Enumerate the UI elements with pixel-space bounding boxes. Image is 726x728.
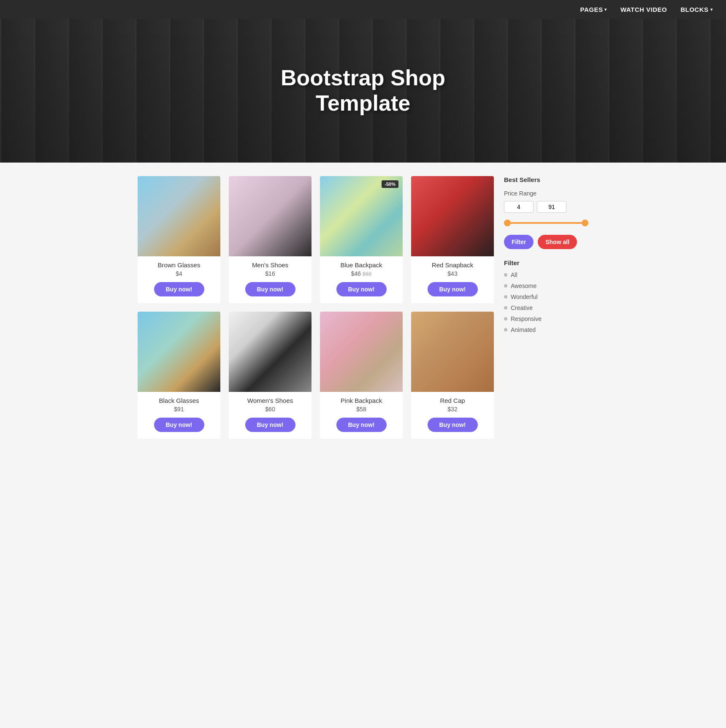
product-price-red-snapback: $43 [415,270,490,277]
product-price-black-glasses: $91 [142,406,216,413]
product-image-womens-shoes [229,312,312,392]
product-info-red-cap: Red Cap$32Buy now! [411,392,494,439]
sidebar: Best Sellers Price Range Filter Show all… [504,176,588,439]
filter-section: Filter AllAwesomeWonderfulCreativeRespon… [504,259,588,333]
buy-button-red-snapback[interactable]: Buy now! [428,282,478,296]
filter-item-all[interactable]: All [504,272,588,278]
filter-label-creative: Creative [511,304,533,311]
price-sale-red-cap: $32 [447,406,457,413]
price-sale-black-glasses: $91 [174,406,184,413]
product-image-brown-glasses [138,176,220,256]
nav-item-pages[interactable]: PAGES▾ [580,6,607,13]
product-info-red-snapback: Red Snapback$43Buy now! [411,256,494,303]
filter-label-awesome: Awesome [511,283,536,289]
product-price-womens-shoes: $60 [233,406,307,413]
buy-button-pink-backpack[interactable]: Buy now! [336,418,387,432]
product-card-mens-shoes: Men's Shoes$16Buy now! [229,176,312,303]
chevron-down-icon: ▾ [710,7,713,12]
nav-item-blocks[interactable]: BLOCKS▾ [680,6,712,13]
filter-label-wonderful: Wonderful [511,293,538,300]
price-range-label: Price Range [504,190,588,197]
product-image-red-snapback [411,176,494,256]
buy-button-brown-glasses[interactable]: Buy now! [154,282,204,296]
product-image-bg-womens-shoes [229,312,312,392]
product-price-mens-shoes: $16 [233,270,307,277]
filter-label-responsive: Responsive [511,315,542,322]
best-sellers-title: Best Sellers [504,176,588,183]
filter-dot-all [504,273,507,277]
hero-title: Bootstrap Shop Template [236,65,490,116]
product-image-bg-red-snapback [411,176,494,256]
filter-title: Filter [504,259,588,266]
product-card-brown-glasses: Brown Glasses$4Buy now! [138,176,220,303]
show-all-button[interactable]: Show all [538,235,577,249]
main-container: Brown Glasses$4Buy now!Men's Shoes$16Buy… [131,163,595,452]
range-thumb-right[interactable] [582,220,588,226]
filter-dot-awesome [504,284,507,288]
product-name-mens-shoes: Men's Shoes [233,261,307,269]
product-image-blue-backpack: -50% [320,176,403,256]
filter-item-creative[interactable]: Creative [504,304,588,311]
filter-dot-wonderful [504,295,507,299]
price-original-blue-backpack: $92 [363,271,372,277]
product-price-red-cap: $32 [415,406,490,413]
product-price-pink-backpack: $58 [324,406,398,413]
product-card-red-snapback: Red Snapback$43Buy now! [411,176,494,303]
product-image-mens-shoes [229,176,312,256]
product-card-womens-shoes: Women's Shoes$60Buy now! [229,312,312,439]
product-info-womens-shoes: Women's Shoes$60Buy now! [229,392,312,439]
sidebar-buttons: Filter Show all [504,235,588,249]
nav-item-watch-video[interactable]: WATCH VIDEO [620,6,667,13]
buy-button-black-glasses[interactable]: Buy now! [154,418,204,432]
product-image-black-glasses [138,312,220,392]
price-sale-pink-backpack: $58 [356,406,366,413]
buy-button-mens-shoes[interactable]: Buy now! [245,282,295,296]
filter-list: AllAwesomeWonderfulCreativeResponsiveAni… [504,272,588,333]
product-name-brown-glasses: Brown Glasses [142,261,216,269]
range-slider[interactable] [504,219,588,227]
price-min-input[interactable] [504,201,534,213]
product-image-bg-red-cap [411,312,494,392]
product-name-black-glasses: Black Glasses [142,397,216,404]
products-grid: Brown Glasses$4Buy now!Men's Shoes$16Buy… [138,176,494,439]
price-max-input[interactable] [537,201,566,213]
product-name-womens-shoes: Women's Shoes [233,397,307,404]
product-info-mens-shoes: Men's Shoes$16Buy now! [229,256,312,303]
product-card-red-cap: Red Cap$32Buy now! [411,312,494,439]
product-card-pink-backpack: Pink Backpack$58Buy now! [320,312,403,439]
price-sale-brown-glasses: $4 [176,270,182,277]
buy-button-red-cap[interactable]: Buy now! [428,418,478,432]
product-image-bg-blue-backpack [320,176,403,256]
product-name-red-cap: Red Cap [415,397,490,404]
price-sale-mens-shoes: $16 [265,270,275,277]
product-info-brown-glasses: Brown Glasses$4Buy now! [138,256,220,303]
product-image-bg-black-glasses [138,312,220,392]
best-sellers-section: Best Sellers Price Range Filter Show all [504,176,588,249]
product-info-blue-backpack: Blue Backpack$46$92Buy now! [320,256,403,303]
filter-item-animated[interactable]: Animated [504,326,588,333]
filter-button[interactable]: Filter [504,235,534,249]
filter-item-responsive[interactable]: Responsive [504,315,588,322]
product-price-blue-backpack: $46$92 [324,270,398,277]
product-card-blue-backpack: -50%Blue Backpack$46$92Buy now! [320,176,403,303]
product-image-bg-brown-glasses [138,176,220,256]
price-inputs [504,201,588,213]
product-image-bg-mens-shoes [229,176,312,256]
product-image-bg-pink-backpack [320,312,403,392]
filter-item-awesome[interactable]: Awesome [504,283,588,289]
filter-item-wonderful[interactable]: Wonderful [504,293,588,300]
price-sale-blue-backpack: $46 [351,270,360,277]
navbar: PAGES▾WATCH VIDEOBLOCKS▾ [0,0,726,19]
buy-button-womens-shoes[interactable]: Buy now! [245,418,295,432]
price-sale-womens-shoes: $60 [265,406,275,413]
product-name-pink-backpack: Pink Backpack [324,397,398,404]
filter-label-all: All [511,272,517,278]
filter-dot-responsive [504,317,507,321]
buy-button-blue-backpack[interactable]: Buy now! [336,282,387,296]
chevron-down-icon: ▾ [604,7,607,12]
range-thumb-left[interactable] [504,220,511,226]
products-section: Brown Glasses$4Buy now!Men's Shoes$16Buy… [138,176,494,439]
range-fill [504,222,588,224]
product-price-brown-glasses: $4 [142,270,216,277]
filter-dot-creative [504,306,507,310]
